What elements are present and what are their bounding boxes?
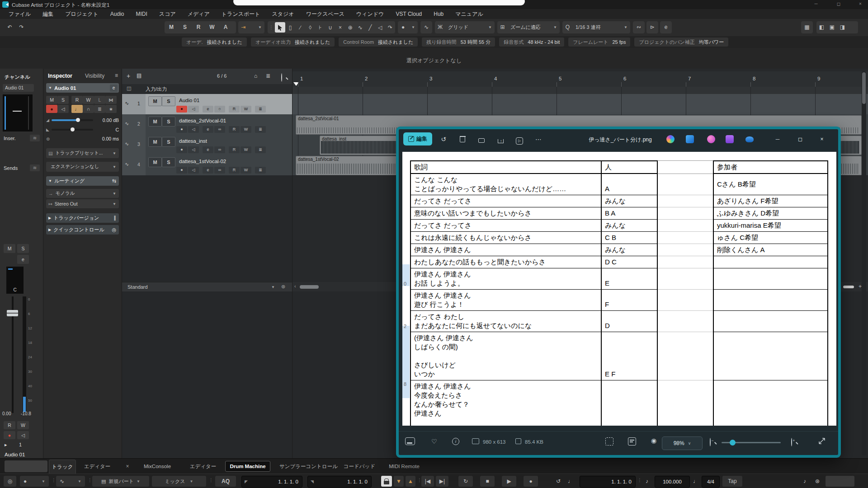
menu-プロジェクト[interactable]: プロジェクト [59,9,104,19]
retrospective-record-icon[interactable]: ↺ [552,476,564,487]
write-automation-button[interactable]: W [17,421,29,429]
channel-mute-button[interactable]: M [4,244,15,253]
tab-エディター[interactable]: エディター [81,459,113,474]
nav-arrow-icon[interactable]: ▸ [5,442,7,448]
snap-to-zero-crossing-button[interactable]: ∿ [420,21,432,33]
menu-Audio[interactable]: Audio [104,9,130,19]
timeline-ruler[interactable]: 123456789 [292,71,868,87]
status-chip[interactable]: Control Room接続されました [339,38,418,47]
tab-サンプラーコントロール[interactable]: サンプラーコントロール [279,459,334,474]
menu-VST Cloud[interactable]: VST Cloud [390,9,428,19]
home-icon[interactable]: ⌂ [254,73,257,79]
color-tool[interactable]: ↷ [385,24,395,31]
section-quick-controls[interactable]: ▶ クイックコントロール ◎ [46,225,119,235]
channel-solo-button[interactable]: S [17,244,29,253]
read-automation-button[interactable]: R [229,146,240,153]
edit-channel-button[interactable]: e [203,146,213,153]
zoom-out-icon[interactable]: − [710,438,711,446]
inserts-label[interactable]: Inser. [4,136,16,141]
solo-button[interactable]: S [162,96,175,106]
tab-コードパッド[interactable]: コードパッド [343,459,376,474]
vscrollbar-thumb[interactable] [862,72,866,104]
write-automation-button[interactable]: W [241,106,251,113]
lock-punch-button[interactable] [381,476,392,487]
chevron-down-icon[interactable]: ▼ [553,25,560,29]
status-chip[interactable]: プロジェクトのパン補正均等パワー [634,38,728,47]
read-automation-button[interactable]: R [4,421,15,429]
zoom-slider[interactable] [722,442,781,443]
zoom-in-icon[interactable]: + [791,438,792,446]
monitor-button[interactable]: ◁ [57,105,69,113]
lanes-button[interactable]: ≣ [255,146,266,153]
chevron-down-icon[interactable]: ▼ [113,151,119,155]
inspector-m-button[interactable]: M [46,96,57,104]
global-w-button[interactable]: W [205,21,219,33]
zoom-level-dropdown[interactable]: 98% ∨ [662,436,703,450]
transport-extra-button[interactable] [826,476,854,487]
snap-type-dropdown[interactable]: Ж グリッド ▼ [435,21,495,33]
glue-tool[interactable]: ∪ [325,24,335,31]
tempo-track-icon[interactable]: ♪ [642,476,652,487]
draw-tool[interactable]: ∕ [295,24,305,31]
inspector-s-button[interactable]: S [57,96,69,104]
tab-visibility[interactable]: Visibility [85,73,104,79]
chevron-down-icon[interactable]: ▼ [113,202,119,206]
menu-ウィンドウ[interactable]: ウィンドウ [350,9,390,19]
edit-channel-icon[interactable]: e [110,84,118,92]
metronome-settings-icon[interactable]: ◎ [4,476,16,487]
tab-midi-remote[interactable]: MIDI Remote [383,459,425,474]
go-to-next-marker-button[interactable]: ▶| [436,476,448,487]
quantize-options-button[interactable]: ⊳ [646,21,658,33]
track-controls-preset-row[interactable]: Standard ▼ ⊛ [122,282,292,292]
search-icon[interactable] [281,74,282,82]
inspector-track-header[interactable]: ▼ Audio 01 e [46,83,119,93]
solo-button[interactable]: S [162,137,175,147]
cycle-button[interactable]: ↻ [458,476,473,487]
share-icon[interactable]: ↑ [495,133,506,145]
left-zone-toggle[interactable]: ◧ [816,21,827,33]
monitor-button[interactable]: ◁ [17,431,29,439]
color-tool-button[interactable]: ● ▼ [398,21,418,33]
position-field[interactable]: 1. 1. 1. 0 [580,476,636,488]
stop-button[interactable]: ■ [480,476,495,487]
track-preset-icon[interactable]: ▤ [137,72,142,79]
record-enable-button[interactable]: ● [4,431,15,439]
play-tool[interactable]: ◁ [375,24,385,31]
track-lane[interactable] [292,94,868,115]
sends-badge-icon[interactable]: ≋ [30,164,40,171]
lanes-button[interactable]: ≣ [255,167,266,174]
global-m-button[interactable]: M [165,21,178,33]
menu-ファイル[interactable]: ファイル [3,9,37,19]
record-button[interactable]: ● [524,476,538,487]
erase-tool[interactable]: ◊ [305,24,315,31]
autoscroll-button[interactable]: ⇥ ▼ [238,21,264,33]
fullscreen-icon[interactable] [818,437,826,445]
zoom-in-icon[interactable]: + [859,283,862,290]
setup-grid-icon[interactable]: ▦ [801,21,813,33]
pan-row[interactable]: ◣ C [46,126,119,134]
split-tool[interactable]: ⊦ [315,24,325,31]
tab-エディター[interactable]: エディター [187,459,219,474]
status-chip[interactable]: オーデ.接続されました [182,38,247,47]
zoom-tool[interactable]: ⊕ [345,24,355,31]
right-locator-field[interactable]: ◥ 1. 1. 1. 0 [307,476,372,488]
input-routing-dropdown[interactable]: → モノラル ▼ [46,189,119,198]
mix-mode-dropdown[interactable]: ミックス ▼ [152,476,206,487]
photos-maximize-button[interactable]: ◻ [794,134,807,145]
go-to-previous-marker-button[interactable]: |◀ [421,476,434,487]
status-chip[interactable]: オーディオ出力接続されました [251,38,335,47]
grid-type-dropdown[interactable]: ⊞ ズームに適応 ▼ [497,21,560,33]
menu-マニュアル[interactable]: マニュアル [449,9,489,19]
global-a-button[interactable]: A [219,21,232,33]
visual-search-icon[interactable] [605,437,613,446]
panel-menu-icon[interactable]: ≡ [115,72,118,79]
output-routing-dropdown[interactable]: ↦ Stereo Out ▼ [46,199,119,208]
minimize-button[interactable]: ─ [809,1,823,8]
zoom-slider-handle[interactable] [843,286,854,288]
record-enable-button[interactable]: ● [176,146,187,153]
track-row[interactable]: ∿1MSAudio 01●◁e○RW≣ [122,94,292,115]
link-button[interactable]: ∞ [214,167,225,174]
undo-icon[interactable]: ↶ [5,21,15,33]
menu-トランスポート[interactable]: トランスポート [216,9,266,19]
gear-icon[interactable]: ⊛ [281,284,285,290]
